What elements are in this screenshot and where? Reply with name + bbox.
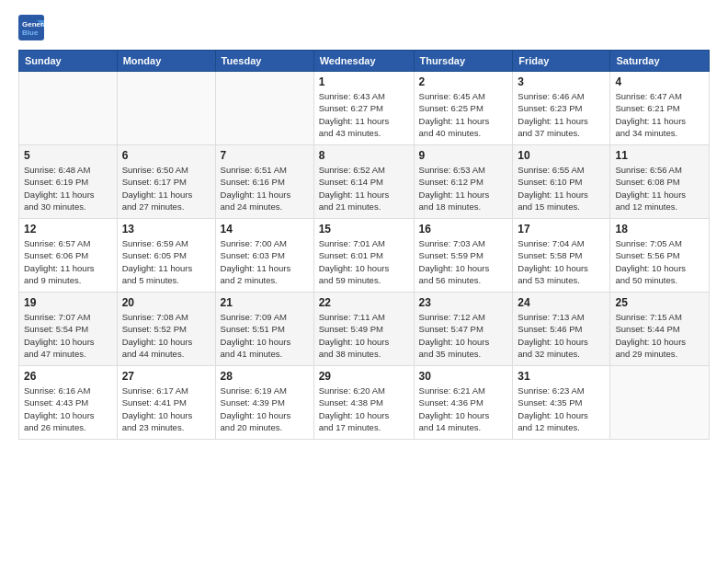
weekday-tuesday: Tuesday <box>215 51 313 72</box>
calendar-cell: 29Sunrise: 6:20 AM Sunset: 4:38 PM Dayli… <box>313 366 414 440</box>
calendar-cell: 30Sunrise: 6:21 AM Sunset: 4:36 PM Dayli… <box>414 366 513 440</box>
day-number: 16 <box>419 223 508 236</box>
day-number: 8 <box>319 149 409 162</box>
calendar-cell: 15Sunrise: 7:01 AM Sunset: 6:01 PM Dayli… <box>313 219 414 293</box>
calendar-week-3: 12Sunrise: 6:57 AM Sunset: 6:06 PM Dayli… <box>19 219 710 293</box>
day-number: 6 <box>122 149 210 162</box>
day-info: Sunrise: 6:52 AM Sunset: 6:14 PM Dayligh… <box>319 164 409 213</box>
day-info: Sunrise: 7:03 AM Sunset: 5:59 PM Dayligh… <box>419 237 508 286</box>
day-info: Sunrise: 6:21 AM Sunset: 4:36 PM Dayligh… <box>419 385 508 433</box>
day-info: Sunrise: 6:53 AM Sunset: 6:12 PM Dayligh… <box>419 164 508 213</box>
day-info: Sunrise: 6:56 AM Sunset: 6:08 PM Dayligh… <box>615 164 704 213</box>
day-info: Sunrise: 7:07 AM Sunset: 5:54 PM Dayligh… <box>24 311 112 360</box>
calendar-cell: 12Sunrise: 6:57 AM Sunset: 6:06 PM Dayli… <box>19 219 118 293</box>
calendar-cell: 18Sunrise: 7:05 AM Sunset: 5:56 PM Dayli… <box>610 219 710 293</box>
day-info: Sunrise: 6:17 AM Sunset: 4:41 PM Dayligh… <box>122 385 210 433</box>
calendar-cell: 11Sunrise: 6:56 AM Sunset: 6:08 PM Dayli… <box>610 145 710 219</box>
calendar-cell <box>117 72 215 145</box>
day-info: Sunrise: 7:05 AM Sunset: 5:56 PM Dayligh… <box>615 237 704 286</box>
day-info: Sunrise: 6:23 AM Sunset: 4:35 PM Dayligh… <box>518 385 605 433</box>
day-info: Sunrise: 7:12 AM Sunset: 5:47 PM Dayligh… <box>419 311 508 360</box>
day-info: Sunrise: 6:48 AM Sunset: 6:19 PM Dayligh… <box>24 164 112 213</box>
calendar-cell: 27Sunrise: 6:17 AM Sunset: 4:41 PM Dayli… <box>117 366 215 440</box>
day-info: Sunrise: 7:11 AM Sunset: 5:49 PM Dayligh… <box>319 311 409 360</box>
calendar-week-2: 5Sunrise: 6:48 AM Sunset: 6:19 PM Daylig… <box>19 145 710 219</box>
calendar-cell: 10Sunrise: 6:55 AM Sunset: 6:10 PM Dayli… <box>513 145 610 219</box>
day-info: Sunrise: 7:01 AM Sunset: 6:01 PM Dayligh… <box>319 237 409 286</box>
day-number: 26 <box>24 370 112 383</box>
calendar-cell: 19Sunrise: 7:07 AM Sunset: 5:54 PM Dayli… <box>19 293 118 366</box>
calendar-cell: 20Sunrise: 7:08 AM Sunset: 5:52 PM Dayli… <box>117 293 215 366</box>
calendar-cell: 16Sunrise: 7:03 AM Sunset: 5:59 PM Dayli… <box>414 219 513 293</box>
calendar-cell: 21Sunrise: 7:09 AM Sunset: 5:51 PM Dayli… <box>215 293 313 366</box>
header: General Blue <box>18 15 710 40</box>
day-number: 22 <box>319 296 409 309</box>
day-number: 21 <box>221 296 309 309</box>
day-number: 17 <box>518 223 605 236</box>
day-info: Sunrise: 6:50 AM Sunset: 6:17 PM Dayligh… <box>122 164 210 213</box>
day-info: Sunrise: 6:55 AM Sunset: 6:10 PM Dayligh… <box>518 164 605 213</box>
day-number: 9 <box>419 149 508 162</box>
day-number: 27 <box>122 370 210 383</box>
calendar-cell: 14Sunrise: 7:00 AM Sunset: 6:03 PM Dayli… <box>215 219 313 293</box>
logo-icon: General Blue <box>18 15 46 40</box>
day-info: Sunrise: 6:47 AM Sunset: 6:21 PM Dayligh… <box>615 90 704 139</box>
day-number: 14 <box>221 223 309 236</box>
calendar-week-5: 26Sunrise: 6:16 AM Sunset: 4:43 PM Dayli… <box>19 366 710 440</box>
day-number: 20 <box>122 296 210 309</box>
calendar-cell: 5Sunrise: 6:48 AM Sunset: 6:19 PM Daylig… <box>19 145 118 219</box>
day-number: 10 <box>518 149 605 162</box>
day-number: 18 <box>615 223 704 236</box>
day-number: 11 <box>615 149 704 162</box>
calendar-cell: 25Sunrise: 7:15 AM Sunset: 5:44 PM Dayli… <box>610 293 710 366</box>
calendar-cell: 7Sunrise: 6:51 AM Sunset: 6:16 PM Daylig… <box>215 145 313 219</box>
day-info: Sunrise: 6:45 AM Sunset: 6:25 PM Dayligh… <box>419 90 508 139</box>
day-number: 15 <box>319 223 409 236</box>
day-number: 31 <box>518 370 605 383</box>
day-info: Sunrise: 6:16 AM Sunset: 4:43 PM Dayligh… <box>24 385 112 433</box>
calendar-table: SundayMondayTuesdayWednesdayThursdayFrid… <box>18 50 710 440</box>
day-info: Sunrise: 7:04 AM Sunset: 5:58 PM Dayligh… <box>518 237 605 286</box>
calendar-cell: 4Sunrise: 6:47 AM Sunset: 6:21 PM Daylig… <box>610 72 710 145</box>
calendar-week-4: 19Sunrise: 7:07 AM Sunset: 5:54 PM Dayli… <box>19 293 710 366</box>
weekday-wednesday: Wednesday <box>313 51 414 72</box>
calendar-cell <box>215 72 313 145</box>
svg-text:General: General <box>22 20 46 29</box>
day-number: 30 <box>419 370 508 383</box>
calendar-cell: 28Sunrise: 6:19 AM Sunset: 4:39 PM Dayli… <box>215 366 313 440</box>
day-number: 24 <box>518 296 605 309</box>
calendar-cell: 24Sunrise: 7:13 AM Sunset: 5:46 PM Dayli… <box>513 293 610 366</box>
calendar-cell: 17Sunrise: 7:04 AM Sunset: 5:58 PM Dayli… <box>513 219 610 293</box>
day-number: 5 <box>24 149 112 162</box>
calendar-cell: 23Sunrise: 7:12 AM Sunset: 5:47 PM Dayli… <box>414 293 513 366</box>
day-info: Sunrise: 7:13 AM Sunset: 5:46 PM Dayligh… <box>518 311 605 360</box>
day-info: Sunrise: 7:00 AM Sunset: 6:03 PM Dayligh… <box>221 237 309 286</box>
day-info: Sunrise: 7:08 AM Sunset: 5:52 PM Dayligh… <box>122 311 210 360</box>
page-container: General Blue SundayMondayTuesdayWednesda… <box>0 0 728 449</box>
calendar-cell: 3Sunrise: 6:46 AM Sunset: 6:23 PM Daylig… <box>513 72 610 145</box>
weekday-friday: Friday <box>513 51 610 72</box>
svg-text:Blue: Blue <box>22 29 39 37</box>
day-info: Sunrise: 6:20 AM Sunset: 4:38 PM Dayligh… <box>319 385 409 433</box>
calendar-body: 1Sunrise: 6:43 AM Sunset: 6:27 PM Daylig… <box>19 72 710 440</box>
day-number: 23 <box>419 296 508 309</box>
day-number: 28 <box>221 370 309 383</box>
day-number: 2 <box>419 75 508 88</box>
weekday-sunday: Sunday <box>19 51 118 72</box>
day-number: 4 <box>615 75 704 88</box>
day-info: Sunrise: 6:19 AM Sunset: 4:39 PM Dayligh… <box>221 385 309 433</box>
calendar-week-1: 1Sunrise: 6:43 AM Sunset: 6:27 PM Daylig… <box>19 72 710 145</box>
day-number: 13 <box>122 223 210 236</box>
calendar-cell: 31Sunrise: 6:23 AM Sunset: 4:35 PM Dayli… <box>513 366 610 440</box>
logo: General Blue <box>18 15 50 40</box>
calendar-cell: 8Sunrise: 6:52 AM Sunset: 6:14 PM Daylig… <box>313 145 414 219</box>
calendar-cell: 13Sunrise: 6:59 AM Sunset: 6:05 PM Dayli… <box>117 219 215 293</box>
day-number: 3 <box>518 75 605 88</box>
calendar-cell <box>19 72 118 145</box>
day-info: Sunrise: 6:57 AM Sunset: 6:06 PM Dayligh… <box>24 237 112 286</box>
day-number: 1 <box>319 75 409 88</box>
day-number: 12 <box>24 223 112 236</box>
calendar-cell <box>610 366 710 440</box>
weekday-saturday: Saturday <box>610 51 710 72</box>
day-number: 29 <box>319 370 409 383</box>
